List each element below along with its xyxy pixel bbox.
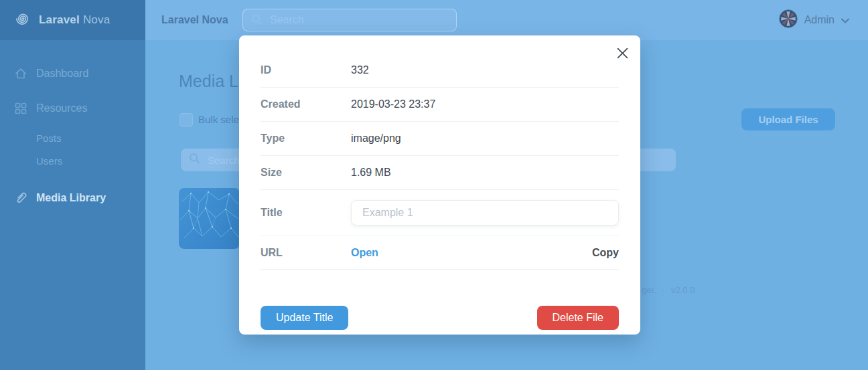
chevron-down-icon bbox=[841, 14, 849, 26]
field-label: Title bbox=[261, 207, 351, 219]
header-brand[interactable]: Laravel Nova bbox=[161, 0, 228, 40]
copy-url-button[interactable]: Copy bbox=[592, 247, 619, 259]
field-value: 2019-03-23 23:37 bbox=[351, 98, 435, 110]
modal-actions: Update Title Delete File bbox=[261, 306, 619, 330]
search-icon bbox=[189, 153, 201, 167]
upload-files-button[interactable]: Upload Files bbox=[741, 108, 835, 130]
search-icon bbox=[251, 14, 263, 26]
field-row-url: URL Open Copy bbox=[261, 236, 619, 270]
user-name: Admin bbox=[804, 14, 835, 26]
field-row-id: ID 332 bbox=[261, 54, 619, 88]
nav-spacer bbox=[0, 173, 145, 185]
media-detail-modal: ID 332 Created 2019-03-23 23:37 Type ima… bbox=[239, 35, 640, 335]
sidebar-logo-text: Laravel Nova bbox=[39, 13, 110, 27]
footer-credit: ger. · v2.0.0 bbox=[642, 285, 695, 295]
sidebar-item-resources[interactable]: Resources bbox=[0, 95, 145, 122]
sidebar-item-users[interactable]: Users bbox=[0, 150, 145, 173]
sidebar-item-label: Resources bbox=[36, 102, 87, 114]
sidebar-item-media-library[interactable]: Media Library bbox=[0, 185, 145, 211]
bulk-select-checkbox[interactable] bbox=[179, 113, 193, 126]
header-search-input[interactable] bbox=[270, 14, 448, 26]
delete-file-button[interactable]: Delete File bbox=[537, 306, 619, 330]
open-link[interactable]: Open bbox=[351, 247, 378, 259]
sidebar: Laravel Nova Dashboard Resources Pos bbox=[0, 0, 145, 370]
grid-icon bbox=[14, 102, 27, 115]
field-row-type: Type image/png bbox=[261, 122, 619, 156]
footer-credit-fragment: ger. bbox=[642, 285, 656, 295]
footer-version: v2.0.0 bbox=[671, 285, 695, 295]
sidebar-logo[interactable]: Laravel Nova bbox=[0, 0, 145, 40]
app-root: Laravel Nova Admin bbox=[0, 0, 868, 370]
nova-spiral-logo-icon bbox=[13, 10, 31, 30]
top-header: Laravel Nova Admin bbox=[145, 0, 868, 40]
title-input[interactable] bbox=[351, 200, 619, 225]
sidebar-item-label: Dashboard bbox=[36, 68, 88, 80]
field-row-title: Title bbox=[261, 190, 619, 236]
sidebar-nav: Dashboard Resources Posts Users bbox=[0, 40, 145, 211]
field-label: URL bbox=[261, 247, 351, 259]
field-value: 332 bbox=[351, 64, 369, 76]
sidebar-item-label: Users bbox=[36, 155, 62, 167]
field-label: Size bbox=[261, 167, 351, 179]
sidebar-item-label: Media Library bbox=[36, 192, 106, 204]
field-value: image/png bbox=[351, 132, 401, 145]
field-label: Created bbox=[261, 98, 351, 110]
footer-separator: · bbox=[662, 285, 665, 295]
field-label: Type bbox=[261, 132, 351, 145]
sidebar-item-posts[interactable]: Posts bbox=[0, 127, 145, 150]
update-title-button[interactable]: Update Title bbox=[261, 306, 348, 330]
home-icon bbox=[14, 67, 27, 80]
field-row-created: Created 2019-03-23 23:37 bbox=[261, 88, 619, 122]
header-search[interactable] bbox=[242, 9, 457, 31]
user-menu[interactable]: Admin bbox=[779, 0, 849, 40]
modal-field-rows: ID 332 Created 2019-03-23 23:37 Type ima… bbox=[261, 54, 619, 270]
field-label: ID bbox=[261, 64, 351, 76]
media-thumbnail[interactable] bbox=[179, 188, 240, 249]
sidebar-item-label: Posts bbox=[36, 132, 62, 144]
field-value: 1.69 MB bbox=[351, 167, 391, 179]
field-row-size: Size 1.69 MB bbox=[261, 156, 619, 190]
paperclip-icon bbox=[14, 191, 27, 205]
sidebar-item-dashboard[interactable]: Dashboard bbox=[0, 60, 145, 87]
avatar bbox=[779, 9, 798, 31]
